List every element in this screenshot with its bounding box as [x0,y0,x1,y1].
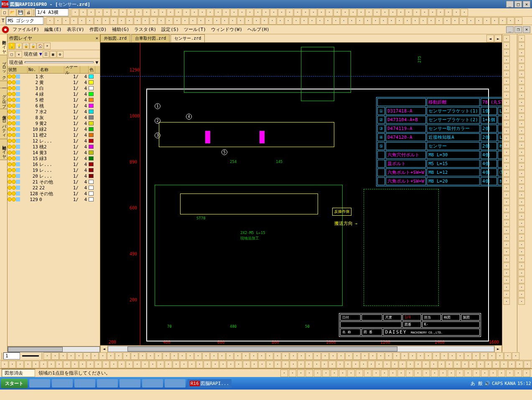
side-tab-4[interactable]: 個人プロパティ [0,109,7,139]
right-tool-rtb1-29[interactable]: · [503,241,510,248]
toolbar2-btn-10[interactable]: · [126,17,133,25]
layer-color-swatch[interactable] [89,162,94,166]
layer-row[interactable]: 5橙1/4 [8,97,100,103]
tab-prev-icon[interactable]: ◄ [486,35,494,42]
btoolbar2-btn-7[interactable]: · [56,361,63,368]
btoolbar1-btn-19[interactable]: · [194,352,202,360]
new-layer-icon[interactable]: □ [8,51,15,58]
right-tool-rtb1-0[interactable]: · [503,35,510,42]
layer-row[interactable]: 20レ...1/4 [8,173,100,179]
btoolbar2-btn-19[interactable]: · [149,361,157,368]
toolbar2-btn-32[interactable]: · [300,17,308,25]
btoolbar1-btn-50[interactable]: · [440,352,448,360]
minimize-button[interactable]: _ [506,1,514,8]
status-btn-29[interactable]: · [523,369,530,377]
btoolbar2-btn-38[interactable]: · [298,361,305,368]
bulb-icon[interactable] [8,127,12,131]
layer-color-swatch[interactable] [89,139,94,143]
btoolbar1-btn-46[interactable]: · [409,352,416,360]
layer-color-swatch[interactable] [89,80,94,84]
status-btn-19[interactable]: · [439,369,447,377]
btoolbar2-btn-12[interactable]: · [94,361,102,368]
toolbar1-btn-20[interactable]: · [230,9,238,16]
right-tool-rtb1-24[interactable]: · [503,206,510,212]
btoolbar2-btn-42[interactable]: · [328,361,336,368]
btoolbar1-btn-9[interactable]: · [115,352,122,360]
toolbar1-btn-14[interactable]: · [183,9,190,16]
right-tool-rtb1-9[interactable]: · [503,99,510,106]
right-tool-rtb1-36[interactable]: · [503,291,510,298]
menu-ツール(T)[interactable]: ツール(T) [181,26,209,33]
lock-icon[interactable] [16,139,20,143]
right-tool-rtb2-35[interactable]: · [518,284,525,290]
side-tab-0[interactable]: 作図レイヤ [0,34,7,55]
layer-color-swatch[interactable] [89,180,94,184]
task-item[interactable] [29,379,50,387]
right-tool-rtb1-23[interactable]: · [503,199,510,205]
layer-color-swatch[interactable] [89,92,94,96]
btoolbar2-btn-46[interactable]: · [360,361,367,368]
btoolbar1-btn-25[interactable]: · [242,352,249,360]
btoolbar1-btn-39[interactable]: · [353,352,361,360]
toolbar2-btn-14[interactable]: · [158,17,165,25]
status-btn-4[interactable]: · [314,369,321,377]
right-tool-rtb2-29[interactable]: · [518,241,525,248]
doc-tab[interactable]: 台車取付図.zrd [131,34,170,42]
bulb-icon[interactable] [12,168,16,172]
lock-icon[interactable] [16,104,20,108]
btoolbar2-btn-49[interactable]: · [383,361,391,368]
btoolbar2-btn-27[interactable]: · [211,361,219,368]
doc-tab[interactable]: センサー.zrd [171,34,205,42]
btoolbar2-btn-48[interactable]: · [375,361,383,368]
btoolbar2-btn-64[interactable]: · [500,361,508,368]
lock-icon[interactable] [16,145,20,149]
right-tool-rtb1-35[interactable]: · [503,284,510,290]
layer-color-swatch[interactable] [89,121,94,125]
lock-icon[interactable] [16,150,20,155]
lock-icon[interactable]: 🔒 [23,43,29,49]
layer-row[interactable]: 7水21/4 [8,109,100,115]
toolbar2-btn-27[interactable]: · [261,17,268,25]
bulb-icon[interactable] [12,127,16,131]
btoolbar2-btn-45[interactable]: · [352,361,359,368]
toolbar2-btn-5[interactable]: · [86,17,94,25]
btoolbar1-btn-5[interactable]: · [83,352,91,360]
task-item-active[interactable]: R16図脳RAPI... [187,379,232,388]
status-btn-17[interactable]: · [423,369,430,377]
layer-color-swatch[interactable] [89,104,94,108]
lock-icon[interactable] [16,133,20,137]
layer-row[interactable]: 21その他1/4 [8,179,100,185]
toolbar1-btn-46[interactable]: · [437,9,444,16]
right-tool-rtb1-11[interactable]: · [503,113,510,120]
right-tool-rtb2-3[interactable]: · [518,56,525,63]
status-btn-13[interactable]: · [389,369,397,377]
btoolbar2-btn-66[interactable]: · [516,361,523,368]
right-tool-rtb2-30[interactable]: · [518,248,525,255]
btoolbar1-btn-33[interactable]: · [305,352,313,360]
toolbar2-btn-37[interactable]: · [340,17,348,25]
toolbar1-btn-16[interactable]: · [199,9,206,16]
task-item[interactable] [74,379,95,387]
toolbar1-btn-47[interactable]: · [445,9,452,16]
bulb-icon[interactable] [12,133,16,137]
right-tool-rtb2-32[interactable]: · [518,262,525,269]
bulb-icon[interactable] [12,86,16,90]
toolbar2-btn-26[interactable]: · [253,17,260,25]
btoolbar1-btn-41[interactable]: · [369,352,377,360]
toolbar1-btn-15[interactable]: · [191,9,198,16]
right-tool-rtb2-0[interactable]: · [518,35,525,42]
bulb-icon[interactable] [8,86,12,90]
right-tool-rtb2-10[interactable]: · [518,106,525,113]
right-tool-rtb1-37[interactable]: · [503,298,510,305]
toolbar1-btn-10[interactable]: · [151,9,158,16]
toolbar2-btn-24[interactable]: · [237,17,244,25]
toolbar1-btn-44[interactable]: · [421,9,428,16]
layer-row[interactable]: 19レ...1/4 [8,167,100,173]
right-tool-rtb2-15[interactable]: · [518,142,525,148]
right-tool-rtb2-21[interactable]: · [518,184,525,191]
toolbar2-btn-48[interactable]: · [428,17,435,25]
right-tool-rtb1-8[interactable]: · [503,92,510,99]
btoolbar2-btn-51[interactable]: · [399,361,406,368]
right-tool-rtb1-12[interactable]: · [503,120,510,127]
layer-color-swatch[interactable] [89,174,94,178]
